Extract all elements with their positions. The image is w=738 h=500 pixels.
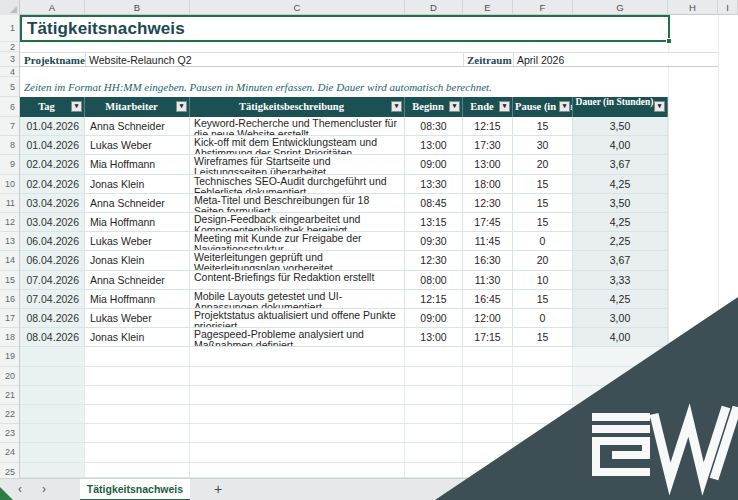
empty-cell[interactable] bbox=[20, 405, 85, 423]
cell-ende[interactable]: 12:15 bbox=[463, 117, 513, 135]
cell-dauer[interactable]: 4,00 bbox=[573, 328, 668, 346]
row-number[interactable]: 9 bbox=[0, 155, 19, 174]
cell-mitarbeiter[interactable]: Mia Hoffmann bbox=[85, 155, 190, 173]
row-number[interactable]: 8 bbox=[0, 136, 19, 155]
cell-pause[interactable]: 15 bbox=[513, 175, 573, 193]
cell-mitarbeiter[interactable]: Anna Schneider bbox=[85, 117, 190, 135]
cell-ende[interactable]: 12:00 bbox=[463, 309, 513, 327]
row-number[interactable]: 11 bbox=[0, 194, 19, 213]
empty-cell[interactable] bbox=[190, 463, 405, 477]
cell-dauer[interactable]: 2,25 bbox=[573, 232, 668, 250]
empty-cell[interactable] bbox=[85, 386, 190, 404]
empty-cell[interactable] bbox=[20, 424, 85, 442]
empty-cell[interactable] bbox=[405, 405, 463, 423]
filter-button[interactable]: ▾ bbox=[391, 101, 402, 112]
empty-cell[interactable] bbox=[20, 347, 85, 365]
cell-pause[interactable]: 15 bbox=[513, 194, 573, 212]
empty-cell[interactable] bbox=[463, 347, 513, 365]
row-number[interactable]: 2 bbox=[0, 42, 19, 52]
empty-cell[interactable] bbox=[573, 367, 668, 385]
empty-cell[interactable] bbox=[573, 443, 668, 461]
empty-row[interactable] bbox=[20, 367, 668, 386]
empty-cell[interactable] bbox=[190, 347, 405, 365]
next-sheet-button[interactable]: › bbox=[36, 479, 52, 500]
cell-tag[interactable]: 03.04.2026 bbox=[20, 194, 85, 212]
cell-pause[interactable]: 15 bbox=[513, 290, 573, 308]
cell-beschreibung[interactable]: Technisches SEO-Audit durchgeführt und F… bbox=[190, 175, 405, 193]
row-number[interactable]: 14 bbox=[0, 251, 19, 270]
cell-beschreibung[interactable]: Meeting mit Kunde zur Freigabe der Navig… bbox=[190, 232, 405, 250]
empty-cell[interactable] bbox=[463, 424, 513, 442]
empty-cell[interactable] bbox=[463, 463, 513, 477]
cell-beginn[interactable]: 12:30 bbox=[405, 251, 463, 269]
column-letter[interactable]: F bbox=[513, 0, 573, 15]
cell-pause[interactable]: 0 bbox=[513, 309, 573, 327]
cell-ende[interactable]: 16:45 bbox=[463, 290, 513, 308]
cell-beginn[interactable]: 09:30 bbox=[405, 232, 463, 250]
cell-beschreibung[interactable]: Pagespeed-Probleme analysiert und Maßnah… bbox=[190, 328, 405, 346]
row-number[interactable]: 12 bbox=[0, 213, 19, 232]
cell-beginn[interactable]: 12:15 bbox=[405, 290, 463, 308]
empty-row[interactable] bbox=[20, 443, 668, 462]
column-header-cell[interactable]: Beginn▾ bbox=[405, 97, 463, 117]
cell-ende[interactable]: 17:15 bbox=[463, 328, 513, 346]
row-number[interactable]: 1 bbox=[0, 15, 19, 42]
period-value[interactable]: April 2026 bbox=[517, 53, 564, 68]
empty-row[interactable] bbox=[20, 347, 668, 366]
cell-tag[interactable]: 01.04.2026 bbox=[20, 136, 85, 154]
row-number[interactable]: 21 bbox=[0, 386, 19, 405]
cell-dauer[interactable]: 3,67 bbox=[573, 155, 668, 173]
empty-cell[interactable] bbox=[573, 386, 668, 404]
cell-tag[interactable]: 03.04.2026 bbox=[20, 213, 85, 231]
empty-row[interactable] bbox=[20, 424, 668, 443]
empty-cell[interactable] bbox=[463, 367, 513, 385]
cell-dauer[interactable]: 3,33 bbox=[573, 271, 668, 289]
cell-mitarbeiter[interactable]: Jonas Klein bbox=[85, 328, 190, 346]
row-number[interactable]: 18 bbox=[0, 328, 19, 347]
empty-cell[interactable] bbox=[513, 424, 573, 442]
filter-button[interactable]: ▾ bbox=[449, 101, 460, 112]
empty-cell[interactable] bbox=[190, 367, 405, 385]
cell-pause[interactable]: 30 bbox=[513, 136, 573, 154]
row-number[interactable]: 5 bbox=[0, 77, 19, 97]
cell-dauer[interactable]: 4,25 bbox=[573, 290, 668, 308]
row-number[interactable]: 3 bbox=[0, 52, 19, 67]
cell-beschreibung[interactable]: Mobile Layouts getestet und UI-Anpassung… bbox=[190, 290, 405, 308]
cell-tag[interactable]: 01.04.2026 bbox=[20, 117, 85, 135]
cell-pause[interactable]: 0 bbox=[513, 232, 573, 250]
cell-beginn[interactable]: 13:15 bbox=[405, 213, 463, 231]
cell-ende[interactable]: 11:30 bbox=[463, 271, 513, 289]
row-number[interactable]: 4 bbox=[0, 67, 19, 77]
filter-button[interactable]: ▾ bbox=[654, 101, 665, 112]
empty-cell[interactable] bbox=[463, 386, 513, 404]
cell-dauer[interactable]: 4,00 bbox=[573, 136, 668, 154]
empty-cell[interactable] bbox=[85, 405, 190, 423]
cell-mitarbeiter[interactable]: Lukas Weber bbox=[85, 309, 190, 327]
cell-dauer[interactable]: 3,00 bbox=[573, 309, 668, 327]
cell-mitarbeiter[interactable]: Anna Schneider bbox=[85, 271, 190, 289]
filter-button[interactable]: ▾ bbox=[176, 101, 187, 112]
cell-mitarbeiter[interactable]: Lukas Weber bbox=[85, 136, 190, 154]
column-letter[interactable]: C bbox=[190, 0, 405, 15]
cell-dauer[interactable]: 3,67 bbox=[573, 251, 668, 269]
empty-cell[interactable] bbox=[190, 405, 405, 423]
cell-tag[interactable]: 02.04.2026 bbox=[20, 155, 85, 173]
cell-beschreibung[interactable]: Design-Feedback eingearbeitet und Kompon… bbox=[190, 213, 405, 231]
empty-cell[interactable] bbox=[85, 367, 190, 385]
empty-cell[interactable] bbox=[573, 463, 668, 477]
cell-beschreibung[interactable]: Keyword-Recherche und Themencluster für … bbox=[190, 117, 405, 135]
column-letter[interactable]: A bbox=[20, 0, 85, 15]
filter-button[interactable]: ▾ bbox=[559, 101, 570, 112]
row-number[interactable]: 13 bbox=[0, 232, 19, 251]
cell-pause[interactable]: 20 bbox=[513, 251, 573, 269]
cell-pause[interactable]: 15 bbox=[513, 328, 573, 346]
column-header-cell[interactable]: Tag▾ bbox=[20, 97, 85, 117]
cell-ende[interactable]: 17:30 bbox=[463, 136, 513, 154]
cell-mitarbeiter[interactable]: Mia Hoffmann bbox=[85, 213, 190, 231]
column-letter[interactable]: E bbox=[463, 0, 513, 15]
cell-tag[interactable]: 08.04.2026 bbox=[20, 309, 85, 327]
column-letter[interactable]: H bbox=[668, 0, 718, 15]
empty-cell[interactable] bbox=[20, 443, 85, 461]
empty-cell[interactable] bbox=[85, 443, 190, 461]
empty-cell[interactable] bbox=[463, 405, 513, 423]
